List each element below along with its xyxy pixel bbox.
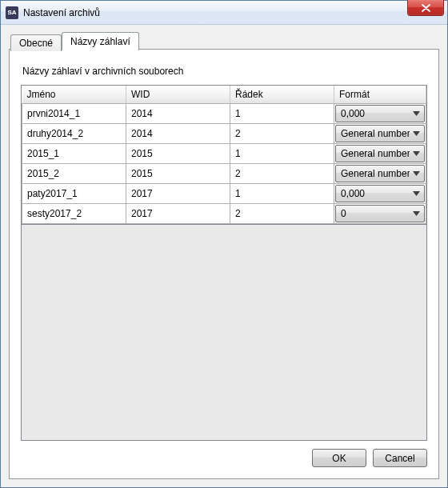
col-header-format[interactable]: Formát: [334, 86, 426, 104]
cell-row[interactable]: 1: [230, 106, 334, 122]
grid-header-row: Jméno WID Řádek Formát: [22, 86, 426, 104]
cell-row[interactable]: 2: [230, 166, 334, 182]
chevron-down-icon: [410, 191, 422, 196]
format-combobox[interactable]: 0,000: [335, 105, 425, 122]
cell-name[interactable]: paty2017_1: [22, 186, 126, 202]
combo-value: 0: [341, 208, 410, 219]
chevron-down-icon: [410, 211, 422, 216]
grid-container: Jméno WID Řádek Formát prvni2014_1201410…: [21, 85, 427, 441]
headers-grid[interactable]: Jméno WID Řádek Formát prvni2014_1201410…: [22, 86, 426, 224]
panel-description: Názvy záhlaví v archivních souborech: [22, 66, 427, 77]
close-button[interactable]: [407, 0, 444, 16]
table-row[interactable]: sesty2017_2201720: [22, 204, 426, 224]
chevron-down-icon: [410, 151, 422, 156]
cancel-button[interactable]: Cancel: [373, 449, 427, 467]
tab-general[interactable]: Obecné: [10, 34, 62, 51]
tab-label: Názvy záhlaví: [70, 36, 130, 47]
tab-strip: Obecné Názvy záhlaví: [9, 31, 439, 50]
cell-row[interactable]: 1: [230, 186, 334, 202]
window-title: Nastavení archivů: [23, 7, 100, 18]
tab-label: Obecné: [19, 38, 53, 49]
table-row[interactable]: druhy2014_220142General number: [22, 124, 426, 144]
chevron-down-icon: [410, 111, 422, 116]
cell-wid[interactable]: 2015: [126, 146, 230, 162]
table-row[interactable]: 2015_120151General number: [22, 144, 426, 164]
table-row[interactable]: prvni2014_1201410,000: [22, 104, 426, 124]
cell-name[interactable]: prvni2014_1: [22, 106, 126, 122]
format-combobox[interactable]: General number: [335, 145, 425, 162]
cell-name[interactable]: 2015_1: [22, 146, 126, 162]
format-combobox[interactable]: General number: [335, 125, 425, 142]
cell-wid[interactable]: 2017: [126, 186, 230, 202]
table-row[interactable]: 2015_220152General number: [22, 164, 426, 184]
format-combobox[interactable]: General number: [335, 165, 425, 182]
chevron-down-icon: [410, 131, 422, 136]
dialog-button-row: OK Cancel: [21, 441, 427, 467]
titlebar: SA Nastavení archivů: [1, 1, 447, 25]
dialog-window: SA Nastavení archivů Obecné Názvy záhlav…: [0, 0, 448, 488]
grid-empty-area: [22, 224, 426, 440]
cell-wid[interactable]: 2015: [126, 166, 230, 182]
combo-value: General number: [341, 148, 410, 159]
format-combobox[interactable]: 0,000: [335, 185, 425, 202]
combo-value: General number: [341, 128, 410, 139]
table-row[interactable]: paty2017_1201710,000: [22, 184, 426, 204]
close-icon: [422, 4, 430, 12]
cell-wid[interactable]: 2014: [126, 126, 230, 142]
cell-row[interactable]: 1: [230, 146, 334, 162]
client-area: Obecné Názvy záhlaví Názvy záhlaví v arc…: [1, 25, 447, 487]
app-icon: SA: [6, 6, 18, 19]
cell-row[interactable]: 2: [230, 206, 334, 222]
cell-wid[interactable]: 2014: [126, 106, 230, 122]
col-header-wid[interactable]: WID: [126, 86, 230, 104]
tab-panel-headers: Názvy záhlaví v archivních souborech Jmé…: [9, 49, 439, 479]
cell-wid[interactable]: 2017: [126, 206, 230, 222]
combo-value: General number: [341, 168, 410, 179]
col-header-name[interactable]: Jméno: [22, 86, 126, 104]
cell-name[interactable]: druhy2014_2: [22, 126, 126, 142]
chevron-down-icon: [410, 171, 422, 176]
col-header-row[interactable]: Řádek: [230, 86, 334, 104]
tab-headers[interactable]: Názvy záhlaví: [62, 32, 139, 50]
ok-button[interactable]: OK: [312, 449, 366, 467]
cell-name[interactable]: 2015_2: [22, 166, 126, 182]
combo-value: 0,000: [341, 108, 410, 119]
combo-value: 0,000: [341, 188, 410, 199]
format-combobox[interactable]: 0: [335, 205, 425, 222]
cell-name[interactable]: sesty2017_2: [22, 206, 126, 222]
cell-row[interactable]: 2: [230, 126, 334, 142]
